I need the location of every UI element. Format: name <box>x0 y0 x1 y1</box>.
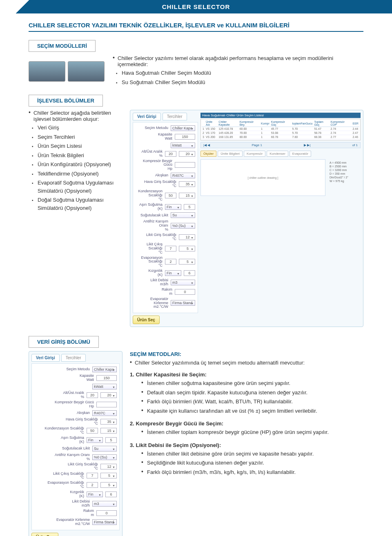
form-mini-select[interactable]: 5 <box>179 246 195 251</box>
functional-item: Seçim Tercihleri <box>29 133 122 141</box>
form-label: Kondenzasyon Sıcaklığı°C <box>136 189 163 202</box>
form-input[interactable]: 2 <box>87 482 98 488</box>
modules-intro: Chiller Selector yazılımı temel olarak a… <box>113 55 363 67</box>
form-select[interactable]: Firma Stand <box>92 519 117 525</box>
form-input[interactable]: 50 <box>165 193 176 198</box>
form-select[interactable]: Chiller Kapa <box>92 367 117 372</box>
table-row[interactable]: 2VS 170145 428.2070.00153.085.7058.782.7… <box>202 131 359 135</box>
form-select[interactable]: m3 <box>92 501 117 507</box>
table-cell: 2.46 <box>352 135 359 139</box>
form-select[interactable]: Fin <box>165 270 181 276</box>
tab-veri-girisi[interactable]: Veri Girişi <box>31 354 60 362</box>
urun-sec-button[interactable]: Ürün Seç <box>133 316 160 324</box>
section-label-functional: İŞLEVSEL BÖLÜMLER <box>29 95 103 107</box>
form-input[interactable]: 5 <box>184 204 195 210</box>
form-label: Evaporatör Kirlenmem2.°C/W <box>34 518 90 526</box>
form-select[interactable]: R407C <box>171 173 195 178</box>
result-tab[interactable]: Evaporatör <box>290 151 311 157</box>
functional-item: Tekliflendirme (Opsiyonel) <box>29 170 122 178</box>
tab-tercihler[interactable]: Tercihler <box>61 354 86 362</box>
form-mini-select[interactable]: 15 <box>179 193 195 198</box>
form-input[interactable]: 5 <box>105 437 117 443</box>
method-2-title: 2. Kompresör Beygir Gücü ile Seçim: <box>130 420 363 427</box>
form-select[interactable]: Fin <box>165 204 181 210</box>
form-mini-select[interactable]: 20 <box>100 392 117 398</box>
form-input[interactable]: 2 <box>165 259 176 265</box>
method-1-title: 1. Chiller Kapasitesi ile Seçim: <box>130 371 363 378</box>
spec-line: B = 2500 mm <box>330 165 359 168</box>
form-input[interactable]: 6 <box>184 270 195 276</box>
tab-tercihler[interactable]: Tercihler <box>163 113 187 120</box>
form-label: Kızgınlık(K) <box>136 269 163 277</box>
table-row[interactable]: 3VS 200168 131.8580.00160.787.6068.382.7… <box>202 135 359 139</box>
app-screenshot-large: Veri Girişi Tercihler Seçim MetoduChille… <box>130 110 363 327</box>
form-label: Evaporasyon Sıcaklığı°C <box>34 481 84 489</box>
form-select[interactable]: Su <box>92 446 117 451</box>
table-header: Kompr <box>260 120 270 127</box>
form-mini-select[interactable]: 12 <box>179 234 195 240</box>
pager-nav[interactable]: ▶ ▶| <box>304 143 310 147</box>
form-label: Evaporatör Kirlenmem2.°C/W <box>136 297 168 309</box>
form-mini-select[interactable]: 20 <box>179 151 195 157</box>
table-cell: 51.47 <box>313 127 330 131</box>
form-input[interactable]: 150 <box>96 375 117 381</box>
table-header: Ünite Adı <box>205 120 218 127</box>
table-row[interactable]: 1VS 150125 410.7860.00145.775.7051.472.7… <box>202 127 359 131</box>
spec-line: Din/Dout2" / 2" <box>330 176 359 179</box>
table-cell: 70.00 <box>239 131 260 135</box>
page-subtitle: CHILLER SELECTOR YAZILIMI TEKNİK ÖZELLİK… <box>29 22 363 32</box>
form-mini-select[interactable]: 5 <box>100 473 117 478</box>
form-mini-select[interactable]: 35 <box>179 181 195 187</box>
result-tab[interactable]: Ünite Bilgileri <box>218 151 243 157</box>
table-cell: 60.00 <box>239 127 260 131</box>
form-select[interactable]: %0 (Su) <box>92 454 117 460</box>
form-label: Hava Giriş Sıcaklığı°C <box>136 180 176 188</box>
result-tab[interactable]: Kompresör <box>244 151 265 157</box>
result-pager[interactable]: |◀ ◀ Page 1 ▶ ▶| of 1 <box>200 142 361 148</box>
table-cell: 2.47 <box>352 131 359 135</box>
form-input[interactable]: 6 <box>105 492 117 497</box>
form-mini-select[interactable]: 5 <box>179 259 195 265</box>
form-input[interactable]: 0 <box>96 510 117 516</box>
form-mini-select[interactable]: 35 <box>100 419 117 425</box>
chiller-image-water <box>68 61 105 82</box>
table-cell: 2.74 <box>330 131 352 135</box>
form-select[interactable]: m3 <box>171 280 195 285</box>
pager-nav[interactable]: |◀ ◀ <box>203 143 210 147</box>
form-input[interactable]: 20 <box>87 392 98 398</box>
form-label: Akışkan <box>136 173 168 178</box>
form-mini-select[interactable]: 12 <box>100 464 117 469</box>
table-cell: 80.00 <box>239 135 260 139</box>
form-select[interactable]: Chiller Kapa <box>171 125 195 131</box>
method-3-item: Farklı ölçü birimleri (m3/h, m3/s, kg/h,… <box>141 468 363 476</box>
form-input[interactable] <box>175 162 195 168</box>
form-select[interactable]: kWatt <box>171 142 195 148</box>
form-select[interactable]: %0 (Su) <box>171 223 195 229</box>
table-cell: 60.78 <box>270 135 292 139</box>
form-mini-select[interactable]: 5 <box>100 482 117 488</box>
form-input[interactable]: 150 <box>175 134 195 140</box>
table-cell: 58.78 <box>313 131 330 135</box>
form-select[interactable]: Fin <box>87 492 103 497</box>
form-mini-select[interactable]: 15 <box>100 428 117 434</box>
form-input[interactable]: 50 <box>87 428 98 434</box>
pager-page: Page 1 <box>252 143 262 147</box>
form-select[interactable]: kWatt <box>92 384 117 389</box>
form-select[interactable]: R407C <box>92 410 117 416</box>
form-select[interactable]: Su <box>171 212 195 218</box>
table-cell: 168 131.85 <box>218 135 238 139</box>
module-item: Su Soğutmalı Chiller Seçim Modülü <box>113 78 363 87</box>
tab-veri-girisi[interactable]: Veri Girişi <box>133 113 161 120</box>
form-select[interactable]: Firma Stand <box>171 300 195 306</box>
form-input[interactable]: 20 <box>165 151 176 157</box>
form-input[interactable]: 0 <box>175 289 195 295</box>
urun-sec-button[interactable]: Ürün Seç <box>31 533 58 536</box>
chiller-image-air <box>29 61 65 82</box>
form-input[interactable] <box>96 402 117 407</box>
form-input[interactable]: 7 <box>87 473 98 478</box>
result-tab[interactable]: Ölçüler <box>200 151 216 157</box>
method-1-item: Farklı ölçü birimleri (kW, Watt, kcal/h,… <box>141 398 363 406</box>
form-input[interactable]: 7 <box>165 246 176 251</box>
form-select[interactable]: Fin <box>87 437 103 443</box>
result-tab[interactable]: Kondenser <box>267 151 288 157</box>
